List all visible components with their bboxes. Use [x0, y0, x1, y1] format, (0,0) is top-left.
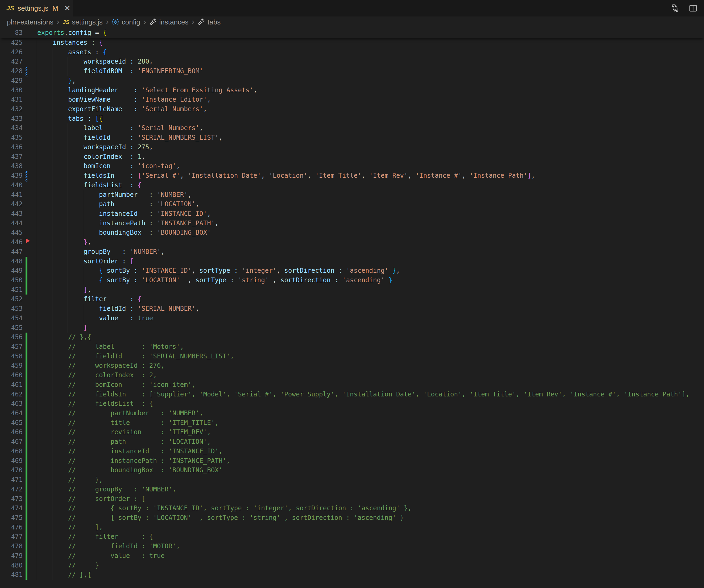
code-line[interactable]: 456 // },{	[0, 333, 704, 342]
code-line[interactable]: 471 // },	[0, 475, 704, 485]
code-line[interactable]: 448 sortOrder : [	[0, 257, 704, 266]
line-number[interactable]: 442	[0, 199, 22, 209]
code-line[interactable]: 465 // title : 'ITEM_TITLE',	[0, 418, 704, 428]
line-number[interactable]: 443	[0, 209, 22, 219]
line-number[interactable]: 456	[0, 333, 22, 342]
git-added-gutter-bar[interactable]	[25, 276, 27, 285]
git-added-gutter-bar[interactable]	[25, 494, 27, 504]
code-line[interactable]: 435 fieldId : 'SERIAL_NUMBERS_LIST',	[0, 133, 704, 142]
code-editor[interactable]: 425 instances : {426 assets : {427 works…	[0, 38, 704, 580]
code-line[interactable]: 457 // label : 'Motors',	[0, 342, 704, 352]
git-added-gutter-bar[interactable]	[25, 390, 27, 399]
line-number[interactable]: 447	[0, 247, 22, 257]
line-number[interactable]: 432	[0, 105, 22, 114]
git-modified-gutter-bar[interactable]	[25, 66, 27, 77]
split-editor-icon[interactable]	[689, 4, 698, 13]
code-line[interactable]: 480 // }	[0, 561, 704, 571]
code-line[interactable]: 475 // { sortBy : 'LOCATION' , sortType …	[0, 513, 704, 523]
code-line[interactable]: 481 // },{	[0, 570, 704, 580]
line-number[interactable]: 460	[0, 371, 22, 380]
code-line[interactable]: 474 // { sortBy : 'INSTANCE_ID', sortTyp…	[0, 504, 704, 513]
line-number[interactable]: 431	[0, 95, 22, 105]
breadcrumb-item-plm-extensions[interactable]: plm-extensions	[7, 18, 54, 26]
code-line[interactable]: 430 landingHeader : 'Select From Exsitin…	[0, 86, 704, 95]
code-line[interactable]: 459 // workspaceId : 276,	[0, 361, 704, 371]
code-line[interactable]: 432 exportFileName : 'Serial Numbers',	[0, 105, 704, 114]
line-number[interactable]: 446	[0, 238, 22, 247]
code-line[interactable]: 429 },	[0, 76, 704, 86]
line-number[interactable]: 473	[0, 494, 22, 504]
open-changes-icon[interactable]	[670, 4, 680, 13]
line-number[interactable]: 466	[0, 427, 22, 437]
code-line[interactable]: 467 // path : 'LOCATION',	[0, 437, 704, 447]
line-number[interactable]: 439	[0, 171, 22, 181]
line-number[interactable]: 479	[0, 551, 22, 561]
line-number[interactable]: 427	[0, 57, 22, 66]
git-added-gutter-bar[interactable]	[25, 418, 27, 428]
code-line[interactable]: 479 // value : true	[0, 551, 704, 561]
code-line[interactable]: 447 groupBy : 'NUMBER',	[0, 247, 704, 257]
git-added-gutter-bar[interactable]	[25, 447, 27, 456]
git-added-gutter-bar[interactable]	[25, 456, 27, 466]
line-number[interactable]: 478	[0, 542, 22, 551]
line-number[interactable]: 430	[0, 86, 22, 95]
git-added-gutter-bar[interactable]	[25, 333, 27, 342]
code-line[interactable]: 466 // revision : 'ITEM_REV',	[0, 427, 704, 437]
line-number[interactable]: 436	[0, 142, 22, 152]
line-number[interactable]: 475	[0, 513, 22, 523]
code-line[interactable]: 455 }	[0, 323, 704, 333]
git-added-gutter-bar[interactable]	[25, 361, 27, 371]
code-line[interactable]: 443 instanceId : 'INSTANCE_ID',	[0, 209, 704, 219]
code-line[interactable]: 458 // fieldId : 'SERIAL_NUMBERS_LIST',	[0, 352, 704, 361]
code-line[interactable]: 450 { sortBy : 'LOCATION' , sortType : '…	[0, 276, 704, 285]
code-line[interactable]: 464 // partNumber : 'NUMBER',	[0, 409, 704, 418]
line-number[interactable]: 477	[0, 532, 22, 542]
line-number[interactable]: 462	[0, 390, 22, 399]
line-number[interactable]: 448	[0, 257, 22, 266]
line-number[interactable]: 453	[0, 304, 22, 314]
code-line[interactable]: 477 // filter : {	[0, 532, 704, 542]
code-line[interactable]: 473 // sortOrder : [	[0, 494, 704, 504]
code-line[interactable]: 434 label : 'Serial Numbers',	[0, 123, 704, 133]
code-line[interactable]: 445 boundingBox : 'BOUNDING_BOX'	[0, 228, 704, 238]
git-added-gutter-bar[interactable]	[25, 561, 27, 571]
line-number[interactable]: 437	[0, 152, 22, 162]
code-line[interactable]: 454 value : true	[0, 314, 704, 323]
code-line[interactable]: 470 // boundingBox : 'BOUNDING_BOX'	[0, 466, 704, 475]
git-added-gutter-bar[interactable]	[25, 380, 27, 390]
git-added-gutter-bar[interactable]	[25, 513, 27, 523]
line-number[interactable]: 481	[0, 570, 22, 580]
line-number[interactable]: 457	[0, 342, 22, 352]
code-line[interactable]: 444 instancePath : 'INSTANCE_PATH',	[0, 219, 704, 228]
git-modified-gutter-bar[interactable]	[25, 171, 27, 181]
code-line[interactable]: 460 // colorIndex : 2,	[0, 371, 704, 380]
code-line[interactable]: 425 instances : {	[0, 38, 704, 48]
git-added-gutter-bar[interactable]	[25, 371, 27, 380]
code-line[interactable]: 478 // fieldId : 'MOTOR',	[0, 542, 704, 551]
line-number[interactable]: 476	[0, 523, 22, 532]
line-number[interactable]: 434	[0, 123, 22, 133]
line-number[interactable]: 450	[0, 276, 22, 285]
git-added-gutter-bar[interactable]	[25, 504, 27, 513]
line-number[interactable]: 445	[0, 228, 22, 238]
line-number[interactable]: 425	[0, 38, 22, 48]
tab-settings-js[interactable]: JS settings.js M ✕	[0, 0, 73, 16]
line-number[interactable]: 449	[0, 266, 22, 276]
git-added-gutter-bar[interactable]	[25, 570, 27, 580]
line-number[interactable]: 480	[0, 561, 22, 571]
git-added-gutter-bar[interactable]	[25, 523, 27, 532]
breadcrumb-item-instances[interactable]: instances	[150, 18, 189, 26]
code-line[interactable]: 438 bomIcon : 'icon-tag',	[0, 162, 704, 171]
line-number[interactable]: 461	[0, 380, 22, 390]
git-added-gutter-bar[interactable]	[25, 352, 27, 361]
line-number[interactable]: 452	[0, 295, 22, 304]
git-added-gutter-bar[interactable]	[25, 409, 27, 418]
line-number[interactable]: 426	[0, 48, 22, 57]
code-line[interactable]: 436 workspaceId : 275,	[0, 142, 704, 152]
line-number[interactable]: 428	[0, 66, 22, 76]
code-line[interactable]: 440 fieldsList : {	[0, 181, 704, 190]
line-number[interactable]: 464	[0, 409, 22, 418]
breadcrumb-item-config[interactable]: config	[112, 18, 140, 26]
code-line[interactable]: 452 filter : {	[0, 295, 704, 304]
breadcrumb-item-settings.js[interactable]: JSsettings.js	[63, 18, 103, 26]
